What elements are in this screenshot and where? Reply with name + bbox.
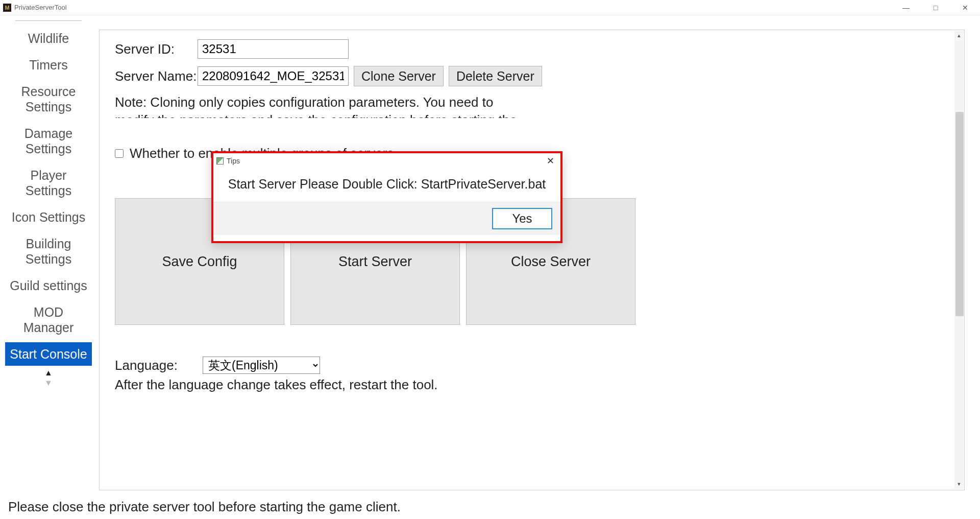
sidebar-arrow-up-icon[interactable]: ▲: [5, 369, 92, 377]
sidebar-item-resource-settings[interactable]: Resource Settings: [5, 80, 92, 119]
sidebar-item-building-settings[interactable]: Building Settings: [5, 232, 92, 271]
dialog-yes-button[interactable]: Yes: [492, 208, 552, 229]
window-close-button[interactable]: ✕: [950, 0, 980, 15]
sidebar-item-label: Timers: [29, 58, 67, 72]
sidebar-item-damage-settings[interactable]: Damage Settings: [5, 122, 92, 160]
window-minimize-button[interactable]: —: [891, 0, 921, 15]
dialog-titlebar: Tips ✕: [213, 153, 560, 169]
sidebar-item-player-settings[interactable]: Player Settings: [5, 163, 92, 202]
dialog-message: Start Server Please Double Click: StartP…: [213, 169, 560, 202]
window-titlebar: M PrivateServerTool — □ ✕: [0, 0, 980, 15]
app-icon: M: [3, 4, 11, 12]
sidebar-item-label: Guild settings: [10, 278, 87, 293]
window-title: PrivateServerTool: [14, 4, 67, 11]
scrollbar-thumb[interactable]: [955, 112, 964, 316]
sidebar-item-timers[interactable]: Timers: [5, 53, 92, 77]
server-name-input[interactable]: [198, 66, 349, 86]
dialog-icon: [216, 157, 224, 164]
server-name-label: Server Name:: [115, 68, 198, 84]
tips-dialog: Tips ✕ Start Server Please Double Click:…: [211, 151, 562, 243]
language-note: After the language change takes effect, …: [115, 377, 949, 393]
language-label: Language:: [115, 358, 203, 373]
sidebar-item-mod-manager[interactable]: MOD Manager: [5, 300, 92, 339]
sidebar-handle-top[interactable]: [15, 20, 82, 23]
clone-note: Note: Cloning only copies configuration …: [115, 93, 523, 118]
language-select[interactable]: 英文(English): [203, 357, 320, 374]
dialog-title: Tips: [227, 157, 240, 165]
sidebar-item-label: MOD Manager: [23, 305, 74, 335]
dialog-close-button[interactable]: ✕: [544, 155, 557, 167]
sidebar-item-label: Resource Settings: [21, 84, 76, 114]
server-id-label: Server ID:: [115, 41, 198, 57]
server-id-input[interactable]: [198, 39, 349, 59]
clone-server-button[interactable]: Clone Server: [354, 66, 444, 86]
scrollbar-arrow-up-icon[interactable]: ▴: [955, 32, 963, 39]
sidebar-item-label: Damage Settings: [24, 126, 73, 156]
sidebar-item-label: Icon Settings: [12, 210, 86, 224]
dialog-footer: Yes: [213, 202, 560, 235]
sidebar-item-label: Wildlife: [28, 31, 69, 45]
scrollbar-arrow-down-icon[interactable]: ▾: [955, 481, 963, 488]
sidebar-scroll-arrows[interactable]: ▲ ▼: [5, 369, 92, 387]
sidebar-item-guild-settings[interactable]: Guild settings: [5, 274, 92, 297]
main-panel: ▴ ▾ Server ID: Server Name: Clone Server…: [99, 30, 965, 490]
status-bar-text: Please close the private server tool bef…: [8, 499, 401, 515]
sidebar-item-label: Player Settings: [26, 168, 71, 198]
sidebar-item-label: Building Settings: [26, 237, 71, 266]
sidebar: Wildlife Timers Resource Settings Damage…: [0, 15, 97, 493]
sidebar-item-icon-settings[interactable]: Icon Settings: [5, 205, 92, 229]
sidebar-arrow-down-icon[interactable]: ▼: [5, 379, 92, 387]
sidebar-item-label: Start Console: [10, 347, 87, 361]
multi-group-checkbox[interactable]: [115, 149, 124, 158]
window-maximize-button[interactable]: □: [921, 0, 950, 15]
sidebar-item-wildlife[interactable]: Wildlife: [5, 27, 92, 50]
delete-server-button[interactable]: Delete Server: [449, 66, 542, 86]
sidebar-item-start-console[interactable]: Start Console: [5, 342, 92, 366]
